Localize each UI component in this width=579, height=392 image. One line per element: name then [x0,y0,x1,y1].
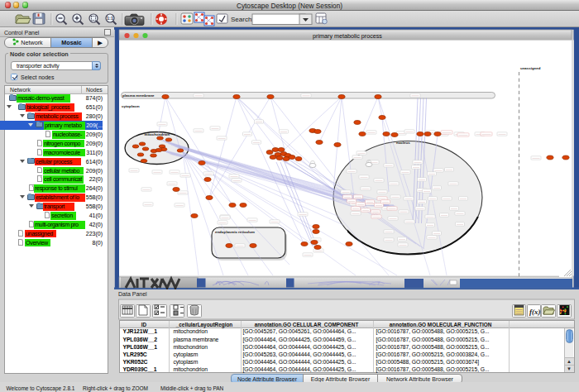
svg-text:cytoplasm: cytoplasm [122,104,140,108]
svg-text:primary metabolic process: primary metabolic process [313,32,382,40]
svg-text:nucleus: nucleus [396,141,410,145]
svg-text:plasma membrane: plasma membrane [122,93,155,98]
svg-text:1:1: 1:1 [107,16,113,21]
svg-text:Search:: Search: [231,16,254,23]
svg-text:unassigned: unassigned [520,66,541,70]
svg-text:endoplasmic reticulum: endoplasmic reticulum [215,230,255,234]
svg-text:f(x): f(x) [529,308,541,316]
svg-text:mitochondrion: mitochondrion [145,132,170,136]
